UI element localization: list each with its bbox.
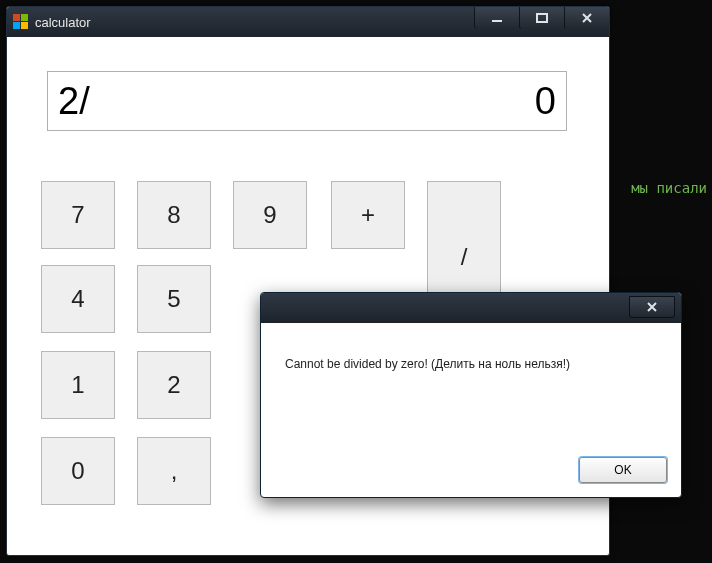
- ok-button[interactable]: OK: [579, 457, 667, 483]
- svg-rect-1: [537, 14, 547, 22]
- window-title: calculator: [35, 15, 91, 30]
- dialog-titlebar[interactable]: [261, 293, 681, 323]
- minimize-icon: [491, 12, 503, 24]
- digit-5-button[interactable]: 5: [137, 265, 211, 333]
- app-icon: [13, 14, 29, 30]
- background-code-text: мы писали: [631, 180, 707, 196]
- comma-button[interactable]: ,: [137, 437, 211, 505]
- display-expression: 2/: [58, 80, 535, 123]
- close-icon: [646, 301, 658, 313]
- digit-9-button[interactable]: 9: [233, 181, 307, 249]
- display-result: 0: [535, 80, 556, 123]
- svg-rect-0: [492, 20, 502, 22]
- digit-2-button[interactable]: 2: [137, 351, 211, 419]
- window-controls: [474, 7, 609, 29]
- dialog-message: Cannot be divided by zero! (Делить на но…: [261, 323, 681, 371]
- digit-0-button[interactable]: 0: [41, 437, 115, 505]
- plus-button[interactable]: +: [331, 181, 405, 249]
- digit-4-button[interactable]: 4: [41, 265, 115, 333]
- close-icon: [581, 12, 593, 24]
- minimize-button[interactable]: [474, 7, 519, 29]
- maximize-button[interactable]: [519, 7, 564, 29]
- digit-7-button[interactable]: 7: [41, 181, 115, 249]
- close-button[interactable]: [564, 7, 609, 29]
- maximize-icon: [536, 12, 548, 24]
- digit-8-button[interactable]: 8: [137, 181, 211, 249]
- dialog-close-button[interactable]: [629, 296, 675, 318]
- display: 2/ 0: [47, 71, 567, 131]
- error-dialog: Cannot be divided by zero! (Делить на но…: [260, 292, 682, 498]
- titlebar[interactable]: calculator: [7, 7, 609, 37]
- digit-1-button[interactable]: 1: [41, 351, 115, 419]
